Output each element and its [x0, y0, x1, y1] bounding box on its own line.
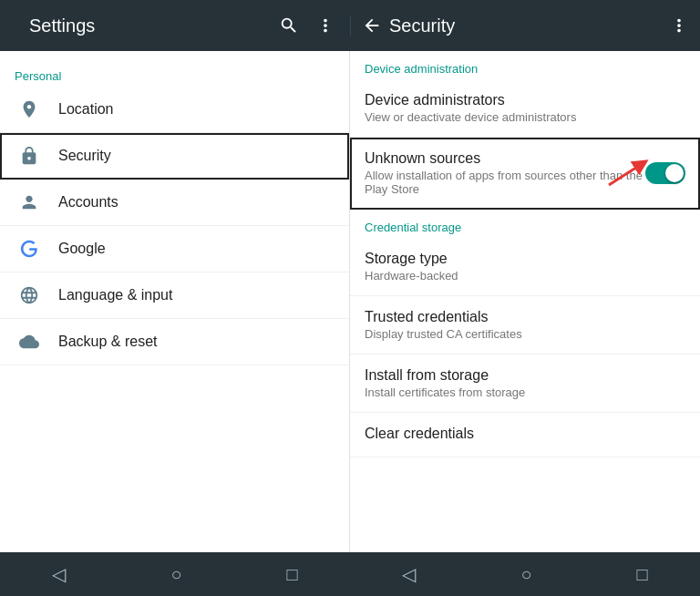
search-button[interactable] — [279, 15, 299, 36]
install-from-storage-text: Install from storage Install certificate… — [365, 367, 525, 399]
install-from-storage-title: Install from storage — [365, 367, 525, 384]
bottom-bar: ◁ ○ □ ◁ ○ □ — [0, 552, 700, 596]
unknown-sources-item[interactable]: Unknown sources Allow installation of ap… — [350, 138, 700, 210]
trusted-credentials-item[interactable]: Trusted credentials Display trusted CA c… — [350, 296, 700, 355]
cloud-icon — [15, 332, 44, 352]
home-nav-button-left[interactable]: ○ — [163, 557, 189, 592]
recents-nav-button-left[interactable]: □ — [279, 557, 304, 592]
sidebar-item-security[interactable]: Security — [0, 133, 349, 180]
storage-type-text: Storage type Hardware-backed — [365, 251, 458, 283]
trusted-credentials-subtitle: Display trusted CA certificates — [365, 327, 522, 341]
top-bar-right: Security — [350, 15, 700, 36]
more-options-button-right[interactable] — [669, 15, 689, 36]
device-admins-title: Device administrators — [365, 92, 576, 108]
back-nav-button-right[interactable]: ◁ — [395, 556, 423, 592]
globe-icon — [15, 285, 44, 305]
sidebar-item-accounts[interactable]: Accounts — [0, 180, 349, 226]
personal-section-label: Personal — [0, 62, 349, 87]
clear-credentials-text: Clear credentials — [365, 426, 474, 444]
left-panel: Personal Location Security — [0, 51, 350, 552]
location-label: Location — [58, 101, 114, 118]
security-label: Security — [58, 148, 111, 164]
top-bar: Settings Security — [0, 0, 700, 51]
clear-credentials-item[interactable]: Clear credentials — [350, 413, 700, 457]
lock-icon — [15, 146, 44, 166]
bottom-nav-right: ◁ ○ □ — [350, 556, 700, 592]
settings-title: Settings — [15, 15, 279, 36]
more-vert-icon-right — [669, 15, 689, 36]
security-title: Security — [389, 15, 669, 36]
top-bar-left-icons — [279, 15, 335, 36]
sidebar-item-backup[interactable]: Backup & reset — [0, 319, 349, 365]
sidebar-item-language[interactable]: Language & input — [0, 272, 349, 319]
more-options-button-left[interactable] — [315, 15, 335, 36]
device-admins-text: Device administrators View or deactivate… — [365, 92, 576, 124]
search-icon — [279, 15, 299, 36]
sidebar-item-location[interactable]: Location — [0, 87, 349, 133]
unknown-sources-text: Unknown sources Allow installation of ap… — [365, 150, 645, 196]
device-admins-subtitle: View or deactivate device administrators — [365, 110, 576, 124]
google-icon — [15, 239, 44, 259]
unknown-sources-toggle[interactable] — [645, 162, 685, 184]
clear-credentials-title: Clear credentials — [365, 426, 474, 442]
right-panel: Device administration Device administrat… — [350, 51, 700, 552]
install-from-storage-item[interactable]: Install from storage Install certificate… — [350, 355, 700, 413]
device-admin-section-label: Device administration — [350, 51, 700, 79]
bottom-nav-left: ◁ ○ □ — [0, 556, 350, 592]
install-from-storage-subtitle: Install certificates from storage — [365, 385, 525, 399]
storage-type-subtitle: Hardware-backed — [365, 269, 458, 283]
back-icon — [362, 15, 382, 36]
backup-label: Backup & reset — [58, 334, 158, 350]
unknown-sources-title: Unknown sources — [365, 150, 645, 167]
top-bar-left: Settings — [0, 15, 350, 36]
location-icon — [15, 99, 44, 119]
unknown-sources-subtitle: Allow installation of apps from sources … — [365, 169, 645, 196]
google-label: Google — [58, 241, 106, 257]
back-button[interactable] — [362, 15, 382, 36]
trusted-credentials-text: Trusted credentials Display trusted CA c… — [365, 309, 522, 341]
trusted-credentials-title: Trusted credentials — [365, 309, 522, 325]
home-nav-button-right[interactable]: ○ — [513, 557, 539, 592]
more-vert-icon-left — [315, 15, 335, 36]
accounts-label: Accounts — [58, 194, 118, 211]
accounts-icon — [15, 192, 44, 212]
storage-type-item[interactable]: Storage type Hardware-backed — [350, 238, 700, 296]
svg-line-1 — [609, 164, 642, 185]
back-nav-button-left[interactable]: ◁ — [45, 556, 73, 592]
storage-type-title: Storage type — [365, 251, 458, 267]
credential-storage-section-label: Credential storage — [350, 210, 700, 238]
main-content: Personal Location Security — [0, 51, 700, 552]
sidebar-item-google[interactable]: Google — [0, 226, 349, 272]
device-admins-item[interactable]: Device administrators View or deactivate… — [350, 79, 700, 138]
language-label: Language & input — [58, 287, 172, 303]
recents-nav-button-right[interactable]: □ — [629, 557, 654, 592]
